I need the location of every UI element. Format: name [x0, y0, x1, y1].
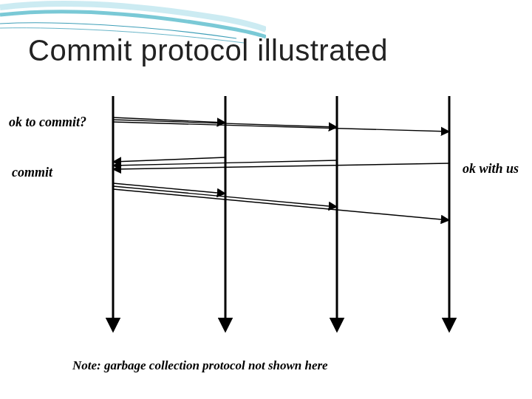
label-commit: commit	[12, 165, 52, 180]
msg-commit-1-2	[113, 183, 225, 194]
slide: { "title": "Commit protocol illustrated"…	[0, 0, 532, 399]
msg-commit-1-4	[113, 189, 449, 220]
msg-vote-4-1	[113, 163, 449, 169]
label-ok-to-commit: ok to commit?	[9, 115, 86, 130]
footnote: Note: garbage collection protocol not sh…	[72, 358, 328, 373]
msg-prepare-1-4	[113, 122, 449, 132]
msg-vote-2-1	[113, 157, 225, 162]
msg-commit-1-3	[113, 186, 337, 207]
msg-vote-3-1	[113, 160, 337, 166]
msg-prepare-1-2	[113, 117, 225, 123]
msg-prepare-1-3	[113, 120, 337, 127]
slide-title: Commit protocol illustrated	[28, 34, 388, 67]
label-ok-with-us: ok with us	[463, 161, 519, 177]
